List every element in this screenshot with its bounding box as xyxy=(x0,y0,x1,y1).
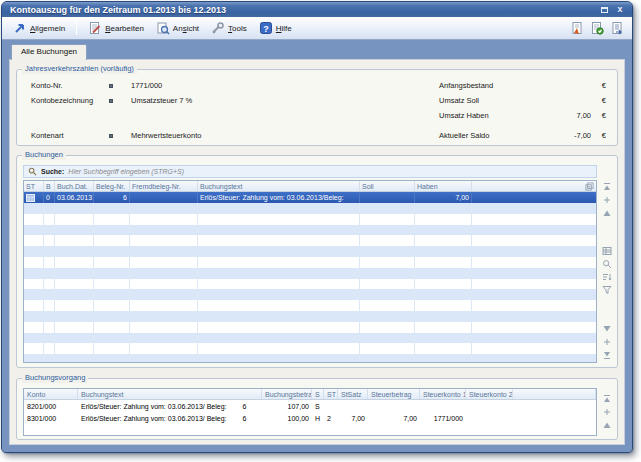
menu-item-allgemein[interactable]: Allgemein xyxy=(8,19,70,37)
booking-empty-row[interactable] xyxy=(24,343,596,354)
field-label: Aktueller Saldo xyxy=(439,131,539,140)
bullet-icon xyxy=(109,99,131,103)
booking-empty-row[interactable] xyxy=(24,246,596,257)
window-title: Kontoauszug für den Zeitraum 01.2013 bis… xyxy=(10,5,595,15)
cell-steuerkonto1: 1771/000 xyxy=(420,412,466,424)
currency-symbol: € xyxy=(591,111,607,120)
booking-empty-row[interactable] xyxy=(24,214,596,225)
transaction-header-row[interactable]: Konto Buchungstext Buchungsbetrag S ST S… xyxy=(24,389,596,400)
booking-empty-row[interactable] xyxy=(24,289,596,300)
booking-cell-b: 0 xyxy=(44,192,55,203)
column-header-konto[interactable]: Konto xyxy=(24,389,78,399)
title-bar[interactable]: Kontoauszug für den Zeitraum 01.2013 bis… xyxy=(2,2,632,17)
cell-s: S xyxy=(312,400,324,412)
cell-st xyxy=(324,400,338,412)
booking-cell-fremdbeleg xyxy=(130,192,198,203)
search-bar[interactable]: Suche: Hier Suchbegriff eingeben (STRG+S… xyxy=(23,165,597,178)
content-panel: Jahresverkehrszahlen (vorläufig) Konto-N… xyxy=(9,59,625,445)
field-value: 1771/000 xyxy=(131,81,439,90)
toolbar-separator xyxy=(76,21,77,35)
report-icon[interactable] xyxy=(570,21,584,35)
close-button[interactable]: x xyxy=(613,4,627,15)
booking-empty-row[interactable] xyxy=(24,333,596,344)
append-row-icon[interactable] xyxy=(602,337,612,347)
cell-steuerkonto2 xyxy=(466,400,513,412)
column-chooser-icon[interactable] xyxy=(585,182,594,191)
transaction-table: Konto Buchungstext Buchungsbetrag S ST S… xyxy=(23,388,597,436)
sort-icon[interactable] xyxy=(602,272,612,282)
column-header-b[interactable]: B xyxy=(44,181,55,191)
booking-empty-row[interactable] xyxy=(24,311,596,322)
bullet-icon xyxy=(109,84,131,88)
booking-empty-row[interactable] xyxy=(24,235,596,246)
column-header-st[interactable]: ST xyxy=(324,389,338,399)
column-header-belegnr[interactable]: Beleg-Nr. xyxy=(94,181,130,191)
column-header-stsatz[interactable]: StSatz xyxy=(338,389,368,399)
booking-row-selected[interactable]: 0 03.06.2013 6 Erlös/Steuer: Zahlung vom… xyxy=(24,192,596,203)
booking-empty-row[interactable] xyxy=(24,322,596,333)
column-header-st[interactable]: ST xyxy=(24,181,44,191)
group-title: Buchungen xyxy=(22,150,66,160)
column-header-buchungsbetrag[interactable]: Buchungsbetrag xyxy=(262,389,312,399)
cell-steuerbetrag xyxy=(368,400,420,412)
column-header-steuerbetrag[interactable]: Steuerbetrag xyxy=(368,389,420,399)
bookings-header-row[interactable]: ST B Buch.Dat. Beleg-Nr. Fremdbeleg-Nr. … xyxy=(24,181,596,192)
go-to-first-icon[interactable] xyxy=(602,394,612,404)
field-value: Mehrwertsteuerkonto xyxy=(131,131,439,140)
close-icon: x xyxy=(617,5,622,14)
go-to-first-icon[interactable] xyxy=(602,182,612,192)
booking-empty-row[interactable] xyxy=(24,279,596,290)
next-row-icon[interactable] xyxy=(602,324,612,334)
column-header-steuerkonto2[interactable]: Steuerkonto 2 xyxy=(466,389,513,399)
edit-document-icon xyxy=(88,21,102,35)
menu-item-tools[interactable]: Tools xyxy=(206,19,252,37)
menu-item-bearbeiten[interactable]: Bearbeiten xyxy=(83,19,149,37)
go-to-last-icon[interactable] xyxy=(602,350,612,360)
document-export-icon[interactable] xyxy=(610,21,624,35)
column-header-buchungstext[interactable]: Buchungstext xyxy=(78,389,262,399)
grid-view-icon[interactable] xyxy=(602,246,612,256)
menu-item-hilfe[interactable]: ? Hilfe xyxy=(254,19,297,37)
menu-item-ansicht[interactable]: Ansicht xyxy=(151,19,204,37)
tab-alle-buchungen[interactable]: Alle Buchungen xyxy=(11,44,87,60)
booking-empty-row[interactable] xyxy=(24,354,596,363)
transaction-row[interactable]: 8301/000 Erlös/Steuer: Zahlung vom: 03.0… xyxy=(24,412,596,424)
menu-toolbar: Allgemein Bearbeiten Ansicht Tools ? Hil… xyxy=(2,17,632,40)
search-label: Suche: xyxy=(41,168,64,175)
toolbar-right-icons xyxy=(570,21,626,35)
field-label: Umsatz Haben xyxy=(439,111,539,120)
group-jahresverkehrszahlen: Jahresverkehrszahlen (vorläufig) Konto-N… xyxy=(16,69,618,146)
cell-steuerkonto1 xyxy=(420,400,466,412)
transaction-row[interactable]: 8201/000 Erlös/Steuer: Zahlung vom: 03.0… xyxy=(24,400,596,412)
column-header-buchdat[interactable]: Buch.Dat. xyxy=(55,181,94,191)
booking-cell-beleg: 6 xyxy=(94,192,130,203)
search-input[interactable]: Hier Suchbegriff eingeben (STRG+S) xyxy=(68,168,184,175)
column-header-steuerkonto1[interactable]: Steuerkonto 1 xyxy=(420,389,466,399)
group-buchungen: Buchungen Suche: Hier Suchbegriff eingeb… xyxy=(16,155,618,368)
booking-empty-row[interactable] xyxy=(24,257,596,268)
booking-empty-row[interactable] xyxy=(24,203,596,214)
column-header-soll[interactable]: Soll xyxy=(360,181,415,191)
document-check-icon[interactable] xyxy=(590,21,604,35)
application-window: Kontoauszug für den Zeitraum 01.2013 bis… xyxy=(1,1,633,453)
bookings-side-toolbar xyxy=(597,180,613,363)
booking-cell-soll xyxy=(360,192,415,203)
filter-icon[interactable] xyxy=(602,285,612,295)
booking-empty-row[interactable] xyxy=(24,268,596,279)
group-title: Jahresverkehrszahlen (vorläufig) xyxy=(22,64,137,74)
insert-row-icon[interactable] xyxy=(602,195,612,205)
insert-row-icon[interactable] xyxy=(602,407,612,417)
column-header-fremdbelegnr[interactable]: Fremdbeleg-Nr. xyxy=(130,181,198,191)
search-records-icon[interactable] xyxy=(602,259,612,269)
booking-empty-row[interactable] xyxy=(24,225,596,236)
previous-row-icon[interactable] xyxy=(602,420,612,430)
cell-s: H xyxy=(312,412,324,424)
restore-button[interactable] xyxy=(597,4,611,15)
previous-row-icon[interactable] xyxy=(602,208,612,218)
column-header-buchungstext[interactable]: Buchungstext xyxy=(198,181,360,191)
column-header-haben[interactable]: Haben xyxy=(415,181,472,191)
field-label: Anfangsbestand xyxy=(439,81,539,90)
tab-strip: Alle Buchungen xyxy=(9,44,625,59)
column-header-s[interactable]: S xyxy=(312,389,324,399)
booking-empty-row[interactable] xyxy=(24,300,596,311)
